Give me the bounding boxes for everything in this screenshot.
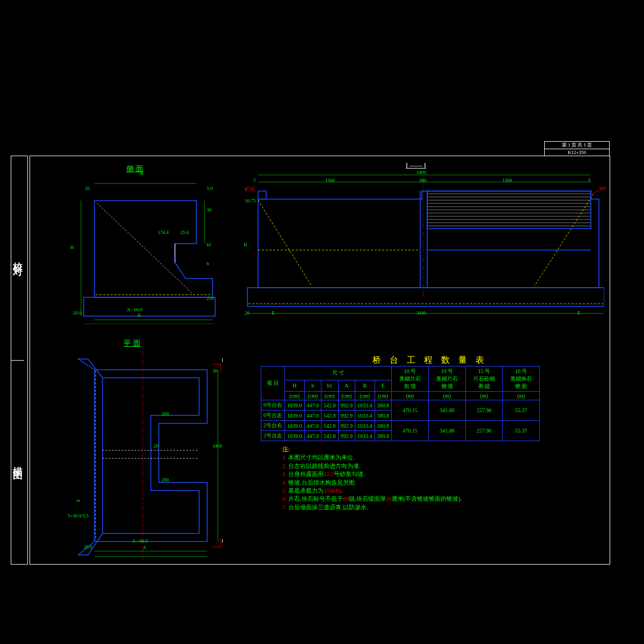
title-line2: K12+350 [545,149,609,156]
dim-200a: 200 [162,411,169,416]
elev-title: I —— I [406,162,426,170]
label-wc: w:c [599,185,606,191]
dim-E-plan: E [76,500,81,503]
dim-E-elev: E [272,310,275,316]
sidebar-top: 校对 [11,156,24,361]
dim-30a: 30 [207,207,211,213]
drawing-frame: 第 1 页 共 1 页 K12+350 侧 面 B 20 H 20.0 [30,156,610,565]
dim-1500l: 1500 [325,178,335,183]
plan-view: 平 面 I I 3400 30 200 20 [62,339,234,565]
svg-line-1 [97,203,194,295]
dim-256: 25.6 [180,230,189,235]
side-view-title: 侧 面 [52,164,218,174]
dim-B: B [140,171,143,176]
dim-380: 380 [419,178,427,183]
sec-I-top: I [222,357,223,363]
dim-250-side: 250 [207,296,214,301]
dim-h1-side: h1 [207,242,211,247]
dim-20-a: 20 [85,186,90,191]
note-line: 3. 台身外露面用12.5号砂浆勾缝. [282,470,599,478]
dim-A60-plan: A - 60.0 [132,538,148,544]
svg-line-10 [258,200,312,286]
dim-A: A [137,312,141,318]
dim-1500r: 1500 [502,178,512,183]
dim-5r: 5 [588,178,591,183]
dim-seg: 5+30.0/3.5 [68,513,89,518]
dim-200c: 200 [162,477,169,482]
plan-title: 平 面 [105,339,159,348]
label-lanshi: 栏石 [245,186,255,193]
dim-H-elev: H [244,242,247,247]
note-line: 5. 基底承载力为350kPa. [282,487,599,495]
note-line: 1. 本图尺寸均以厘米为单位. [282,453,599,462]
quantity-table: 项 目尺 寸10 号浆砌片石前 墙10 号浆砌片石侧 墙15 号片石砼砌基 础1… [261,366,540,441]
dim-h-side: h [207,261,209,266]
quantity-table-region: 桥 台 工 程 数 量 表 项 目尺 寸10 号浆砌片石前 墙10 号浆砌片石侧… [261,355,599,511]
dim-20-elev: 20 [245,310,250,316]
sidebar-bottom: 描图 [11,361,24,565]
elevation-view: I —— I [234,162,604,319]
elev-svg [234,162,604,317]
dim-20-b: 20.0 [73,310,82,316]
note-line: 4. 锥坡,台后排水构造见另图. [282,479,599,487]
plan-svg [62,348,234,563]
dim-A-60: A - 60.0 [127,307,142,312]
dim-E-elev-r: E [577,310,581,316]
dim-3400: 3400 [416,170,426,175]
note-line: 7. 台后墙面涂三道沥青,以防渗水. [282,503,599,511]
title-block: 第 1 页 共 1 页 K12+350 [544,141,610,156]
dim-20b-plan: 20.0 [84,544,92,550]
note-line: 2. 台左右以路线前进方向为准. [282,462,599,470]
dim-3400-plan: 3400 [213,443,222,449]
svg-line-12 [535,194,594,286]
dim-1075: 10,75 [245,198,255,203]
side-view-svg [52,174,218,324]
sec-I-bot: I [222,538,223,544]
side-view: 侧 面 B 20 H 20.0 A - 60.0 A 174.4 25.6 [52,164,218,326]
dim-20-plan: 20 [153,443,158,449]
dim-30-plan: 30 [213,368,217,374]
dim-3440: 3440 [416,310,426,316]
table-title: 桥 台 工 程 数 量 表 [261,355,599,366]
notes-head: 注: [282,446,290,452]
dim-5l: 5 [253,178,256,183]
dim-H: H [70,245,74,250]
left-label-strip: 校对 描图 [11,156,28,565]
note-line: 6. 片石,块石标号不低于80级,块石镶面厚30厘米(不含锥坡锥面的锥坡). [282,495,599,503]
notes-block: 注: 1. 本图尺寸均以厘米为单位.2. 台左右以路线前进方向为准.3. 台身外… [282,445,599,511]
dim-50b: 5.0 [207,186,213,191]
title-line1: 第 1 页 共 1 页 [545,142,609,149]
dim-A-plan: A [143,545,147,550]
dim-1744: 174.4 [158,230,169,235]
